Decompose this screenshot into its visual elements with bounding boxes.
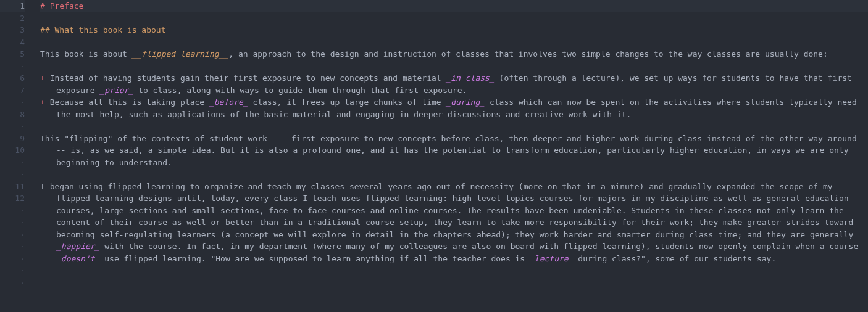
- italic-token: _before_: [209, 97, 248, 107]
- text-token: Instead of having students gain their fi…: [50, 73, 446, 83]
- code-line[interactable]: [40, 12, 868, 25]
- text-token: use flipped learning. "How are we suppos…: [99, 254, 530, 263]
- wrap-indicator: ·: [0, 168, 25, 181]
- line-number: 1: [0, 0, 25, 12]
- line-number: 11: [0, 181, 25, 193]
- code-editor: 12345·67·8·910··1112······· # Preface ##…: [0, 0, 868, 312]
- code-line[interactable]: [40, 120, 868, 133]
- line-number: 6: [0, 72, 25, 84]
- code-line[interactable]: + Instead of having students gain their …: [40, 72, 868, 96]
- text-token: during class?", some of our students say…: [573, 254, 776, 263]
- code-line[interactable]: [40, 36, 868, 49]
- text-token: with the course. In fact, in my departme…: [99, 242, 863, 251]
- code-line[interactable]: ## What this book is about: [40, 24, 868, 36]
- wrap-indicator: ·: [0, 240, 25, 253]
- wrap-indicator: ·: [0, 253, 25, 265]
- wrap-indicator: ·: [0, 229, 25, 241]
- code-line[interactable]: This book is about __flipped learning__,…: [40, 48, 868, 60]
- wrap-indicator: ·: [0, 157, 25, 169]
- wrap-indicator: ·: [0, 120, 25, 133]
- wrap-indicator: ·: [0, 265, 25, 277]
- line-number-gutter: 12345·67·8·910··1112·······: [0, 0, 34, 312]
- text-token: class, it frees up large chunks of time: [248, 97, 446, 107]
- code-line[interactable]: [40, 60, 868, 73]
- text-token: to class, along with ways to guide them …: [133, 86, 467, 95]
- italic-token: _doesn't_: [56, 254, 99, 263]
- code-line[interactable]: I began using flipped learning to organi…: [40, 181, 868, 265]
- italic-token: _happier_: [56, 242, 99, 251]
- bold-italic-token: __flipped learning__: [132, 49, 229, 59]
- wrap-indicator: ·: [0, 60, 25, 73]
- code-line[interactable]: # Preface: [40, 0, 868, 12]
- list-bullet: +: [40, 73, 50, 83]
- code-line[interactable]: This "flipping" of the contexts of stude…: [40, 133, 868, 169]
- code-line[interactable]: + Because all this is taking place _befo…: [40, 96, 868, 120]
- wrap-indicator: ·: [0, 205, 25, 217]
- line-number: 4: [0, 36, 25, 49]
- line-number: 5: [0, 48, 25, 60]
- wrap-indicator: ·: [0, 96, 25, 109]
- italic-token: _in class_: [446, 73, 494, 83]
- italic-token: _prior_: [99, 86, 133, 95]
- italic-token: _lecture_: [530, 254, 573, 263]
- wrap-indicator: ·: [0, 216, 25, 229]
- text-token: , an approach to the design and instruct…: [228, 49, 828, 59]
- line-number: 8: [0, 109, 25, 121]
- line-number: 9: [0, 133, 25, 145]
- code-area[interactable]: # Preface ## What this book is about Thi…: [34, 0, 868, 312]
- wrap-indicator: ·: [0, 277, 25, 289]
- line-number: 3: [0, 24, 25, 36]
- text-token: This "flipping" of the contexts of stude…: [40, 134, 866, 167]
- line-number: 2: [0, 12, 25, 25]
- italic-token: _during_: [446, 97, 485, 107]
- line-number: 7: [0, 84, 25, 97]
- code-line[interactable]: [40, 168, 868, 181]
- line-number: 12: [0, 192, 25, 205]
- text-token: I began using flipped learning to organi…: [40, 182, 858, 239]
- text-token: Because all this is taking place: [50, 97, 209, 107]
- list-bullet: +: [40, 97, 50, 107]
- line-number: 10: [0, 144, 25, 157]
- heading-2: ## What this book is about: [40, 25, 166, 35]
- heading-1: # Preface: [40, 1, 83, 10]
- text-token: This book is about: [40, 49, 132, 59]
